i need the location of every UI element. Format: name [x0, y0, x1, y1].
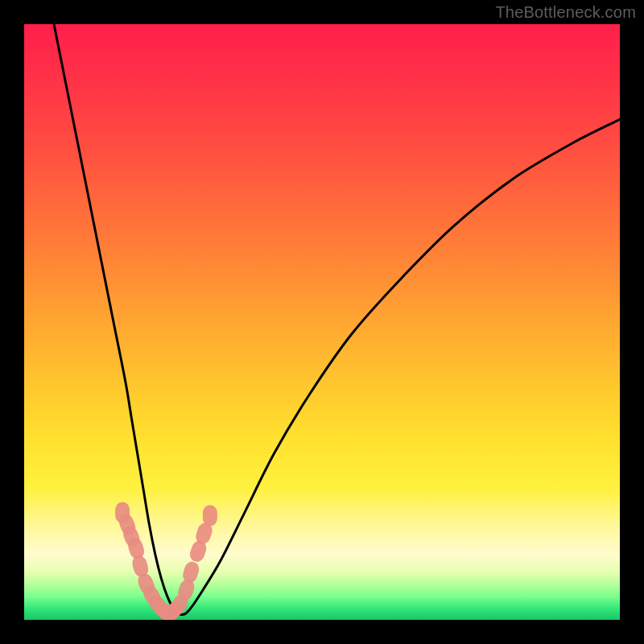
- marker-group: [115, 502, 217, 620]
- bottleneck-curve: [54, 24, 620, 615]
- chart-frame: TheBottleneck.com: [0, 0, 644, 644]
- marker-pill: [203, 506, 217, 526]
- watermark-text: TheBottleneck.com: [495, 3, 636, 22]
- plot-area: [24, 24, 620, 620]
- curve-svg: [24, 24, 620, 620]
